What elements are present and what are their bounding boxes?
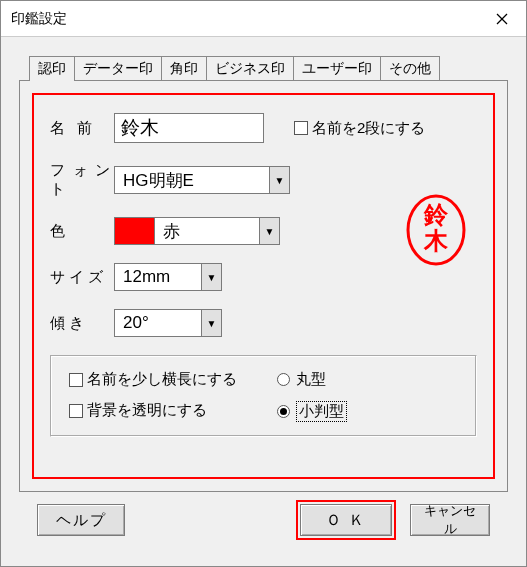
dropdown-arrow-icon: ▼ — [201, 310, 221, 336]
label-font: フォント — [50, 161, 114, 199]
color-combobox[interactable]: 赤 ▼ — [114, 217, 280, 245]
color-swatch — [115, 218, 155, 244]
button-bar: ヘルプ Ｏ Ｋ キャンセル — [19, 492, 508, 540]
transparent-checkbox[interactable]: 背景を透明にする — [69, 401, 237, 420]
two-lines-label: 名前を2段にする — [312, 119, 425, 138]
font-combobox[interactable]: HG明朝E ▼ — [114, 166, 290, 194]
tab-square[interactable]: 角印 — [161, 56, 207, 81]
radio-icon — [277, 373, 290, 386]
name-input[interactable] — [114, 113, 264, 143]
label-color: 色 — [50, 222, 114, 241]
shape-oval-radio[interactable]: 小判型 — [277, 401, 347, 422]
checkbox-box-icon — [69, 404, 83, 418]
dropdown-arrow-icon: ▼ — [269, 167, 289, 193]
shape-round-label: 丸型 — [296, 370, 326, 389]
font-value: HG明朝E — [115, 167, 269, 193]
dropdown-arrow-icon: ▼ — [259, 218, 279, 244]
highlight-frame: 名 前 名前を2段にする フォント HG明朝E ▼ 色 — [32, 93, 495, 479]
row-size: サイズ 12mm ▼ — [50, 263, 477, 291]
stamp-preview: 鈴 木 — [405, 193, 467, 267]
label-size: サイズ — [50, 268, 114, 287]
svg-text:木: 木 — [423, 228, 449, 254]
stamp-preview-icon: 鈴 木 — [405, 193, 467, 267]
window-title: 印鑑設定 — [11, 10, 478, 28]
option-col-right: 丸型 小判型 — [277, 370, 347, 422]
elongate-checkbox[interactable]: 名前を少し横長にする — [69, 370, 237, 389]
transparent-label: 背景を透明にする — [87, 401, 207, 420]
dropdown-arrow-icon: ▼ — [201, 264, 221, 290]
size-value: 12mm — [115, 264, 201, 290]
label-name: 名 前 — [50, 119, 114, 138]
shape-round-radio[interactable]: 丸型 — [277, 370, 347, 389]
row-tilt: 傾き 20° ▼ — [50, 309, 477, 337]
size-combobox[interactable]: 12mm ▼ — [114, 263, 222, 291]
help-button[interactable]: ヘルプ — [37, 504, 125, 536]
tilt-combobox[interactable]: 20° ▼ — [114, 309, 222, 337]
shape-oval-label: 小判型 — [296, 401, 347, 422]
two-lines-checkbox[interactable]: 名前を2段にする — [294, 119, 425, 138]
client-area: 認印 データー印 角印 ビジネス印 ユーザー印 その他 名 前 名前を2段にする… — [1, 37, 526, 566]
ok-highlight: Ｏ Ｋ — [296, 500, 396, 540]
option-col-left: 名前を少し横長にする 背景を透明にする — [69, 370, 237, 422]
radio-icon — [277, 405, 290, 418]
svg-text:鈴: 鈴 — [423, 202, 449, 228]
close-icon — [496, 13, 508, 25]
ok-button[interactable]: Ｏ Ｋ — [300, 504, 392, 536]
dialog-window: 印鑑設定 認印 データー印 角印 ビジネス印 ユーザー印 その他 名 前 — [0, 0, 527, 567]
tab-other[interactable]: その他 — [380, 56, 440, 81]
titlebar: 印鑑設定 — [1, 1, 526, 37]
tab-data[interactable]: データー印 — [74, 56, 162, 81]
row-name: 名 前 名前を2段にする — [50, 113, 477, 143]
tab-panel: 名 前 名前を2段にする フォント HG明朝E ▼ 色 — [19, 80, 508, 492]
tab-strip: 認印 データー印 角印 ビジネス印 ユーザー印 その他 — [29, 55, 508, 80]
tab-approval[interactable]: 認印 — [29, 56, 75, 81]
label-tilt: 傾き — [50, 314, 114, 333]
close-button[interactable] — [478, 1, 526, 37]
checkbox-box-icon — [294, 121, 308, 135]
checkbox-box-icon — [69, 373, 83, 387]
color-value: 赤 — [161, 218, 259, 244]
tab-business[interactable]: ビジネス印 — [206, 56, 294, 81]
option-group: 名前を少し横長にする 背景を透明にする 丸型 — [50, 355, 477, 437]
elongate-label: 名前を少し横長にする — [87, 370, 237, 389]
cancel-button[interactable]: キャンセル — [410, 504, 490, 536]
tilt-value: 20° — [115, 310, 201, 336]
tab-user[interactable]: ユーザー印 — [293, 56, 381, 81]
